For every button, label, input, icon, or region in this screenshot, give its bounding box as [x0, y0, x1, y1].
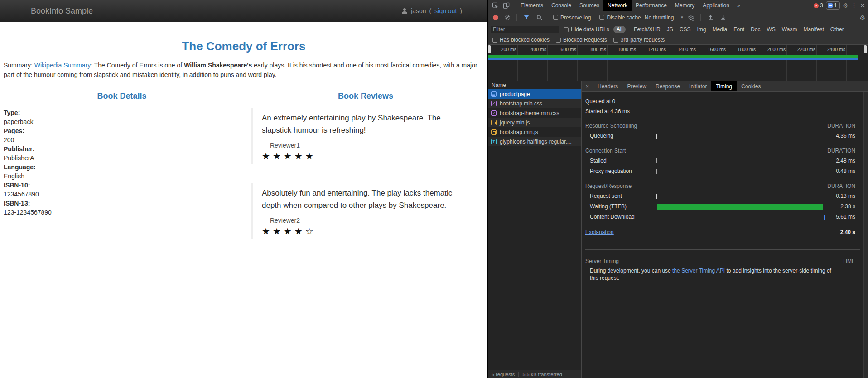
issues-badge[interactable]: 1 [826, 1, 840, 10]
filter-chip-ws[interactable]: WS [764, 26, 779, 33]
network-settings-gear-icon[interactable]: ⚙ [859, 14, 865, 21]
doc-file-icon [491, 91, 497, 97]
filter-chip-font[interactable]: Font [730, 26, 747, 33]
issues-count: 1 [834, 2, 837, 9]
book-details-heading: Book Details [0, 91, 244, 101]
detail-tab-response[interactable]: Response [651, 81, 685, 91]
reviews-list: An extremely entertaining play by Shakes… [244, 108, 487, 239]
duration-column-label: DURATION [827, 146, 855, 156]
request-row[interactable]: bootstrap-theme.min.css [488, 108, 581, 118]
summary-paragraph: Summary: Wikipedia Summary: The Comedy o… [4, 61, 484, 80]
hide-data-urls-checkbox[interactable]: Hide data URLs [564, 26, 609, 33]
filter-chip-other[interactable]: Other [827, 26, 847, 33]
filter-chip-img[interactable]: Img [694, 26, 709, 33]
detail-tab-headers[interactable]: Headers [593, 81, 622, 91]
devtools-tab-application[interactable]: Application [699, 0, 733, 11]
request-row[interactable]: Tglyphicons-halflings-regular.... [488, 137, 581, 146]
detail-tab-preview[interactable]: Preview [622, 81, 651, 91]
overview-left-handle[interactable] [488, 45, 491, 53]
request-type-filters: AllFetch/XHRJSCSSImgMediaFontDocWSWasmMa… [613, 26, 847, 33]
checkbox-has-blocked-cookies[interactable]: Has blocked cookies [492, 37, 550, 43]
devtools-tab-network[interactable]: Network [603, 0, 632, 11]
devtools-tab-console[interactable]: Console [547, 0, 575, 11]
device-toolbar-icon[interactable] [501, 0, 511, 11]
detail-tab-cookies[interactable]: Cookies [737, 81, 765, 91]
request-row[interactable]: jquery.min.js [488, 118, 581, 127]
timing-tick [656, 134, 657, 139]
devtools-tab-memory[interactable]: Memory [671, 0, 699, 11]
timeline-tick: 2200 ms [787, 45, 817, 54]
detail-tab-timing[interactable]: Timing [711, 81, 737, 91]
checkbox-3rd-party-requests[interactable]: 3rd-party requests [613, 37, 665, 43]
wikipedia-summary-link[interactable]: Wikipedia Summary [34, 62, 91, 69]
timeline-ruler: 200 ms400 ms600 ms800 ms1000 ms1200 ms14… [488, 45, 868, 54]
filter-funnel-icon[interactable] [521, 12, 532, 23]
request-list-pane: Name productpagebootstrap.min.cssbootstr… [488, 81, 582, 378]
request-row[interactable]: bootstrap.min.css [488, 99, 581, 108]
more-tabs-chevron-icon[interactable]: » [733, 2, 744, 9]
devtools-tab-performance[interactable]: Performance [632, 0, 671, 11]
overview-waterfall-bar [488, 55, 858, 58]
network-conditions-icon[interactable] [685, 12, 696, 23]
detail-tab-initiator[interactable]: Initiator [685, 81, 711, 91]
checkbox-icon [556, 38, 561, 43]
checkbox-icon [564, 27, 569, 32]
filter-chip-wasm[interactable]: Wasm [779, 26, 800, 33]
explanation-link[interactable]: Explanation [585, 227, 614, 238]
throttling-dropdown[interactable]: No throttling ▼ [645, 14, 684, 21]
filter-chip-fetch-xhr[interactable]: Fetch/XHR [631, 26, 664, 33]
error-badge[interactable]: ✕ 3 [814, 2, 823, 9]
timing-footer: Explanation 2.40 s [582, 227, 863, 238]
filter-input[interactable] [491, 26, 559, 33]
filter-chip-manifest[interactable]: Manifest [800, 26, 827, 33]
detail-scrollbar[interactable] [863, 92, 868, 378]
request-name: jquery.min.js [500, 120, 530, 126]
filter-chip-doc[interactable]: Doc [747, 26, 763, 33]
timing-bar-lane [656, 158, 825, 164]
request-row[interactable]: bootstrap.min.js [488, 127, 581, 137]
kebab-menu-icon[interactable]: ⋮ [851, 2, 857, 9]
server-timing-header: Server Timing TIME [582, 256, 863, 266]
disable-cache-checkbox[interactable]: Disable cache [599, 14, 641, 21]
timeline-tick: 1200 ms [637, 45, 667, 54]
request-row[interactable]: productpage [488, 89, 581, 99]
close-devtools-icon[interactable]: ✕ [860, 2, 865, 9]
signout-link[interactable]: sign out [434, 7, 457, 14]
filter-chip-media[interactable]: Media [709, 26, 730, 33]
filter-chip-all[interactable]: All [613, 26, 626, 33]
timeline-tick: 1800 ms [727, 45, 757, 54]
overview-right-handle[interactable] [864, 45, 867, 53]
timing-phase-duration: 0.48 ms [836, 166, 855, 177]
field-label: ISBN-10: [4, 181, 244, 190]
close-detail-icon[interactable]: × [582, 81, 593, 91]
clear-icon[interactable] [505, 15, 510, 20]
timing-row: Request sent0.13 ms [582, 191, 863, 201]
timing-phase-label: Request sent [590, 191, 622, 201]
error-circle-icon: ✕ [814, 3, 819, 8]
record-button[interactable] [493, 15, 498, 20]
settings-gear-icon[interactable]: ⚙ [843, 2, 849, 9]
network-extra-filters: Has blocked cookiesBlocked Requests3rd-p… [488, 35, 868, 45]
checkbox-label: 3rd-party requests [621, 37, 665, 43]
export-har-icon[interactable] [718, 12, 728, 23]
timing-row: Content Download5.61 ms [582, 212, 863, 222]
preserve-log-checkbox[interactable]: Preserve log [553, 14, 591, 21]
request-name: glyphicons-halflings-regular.... [500, 139, 572, 145]
search-icon[interactable] [534, 12, 545, 23]
inspect-element-icon[interactable] [490, 0, 501, 11]
name-column-header[interactable]: Name [488, 81, 581, 89]
field-value: PublisherA [4, 153, 244, 163]
filter-chip-css[interactable]: CSS [676, 26, 694, 33]
server-timing-text: During development, you can use the Serv… [590, 267, 836, 282]
devtools-tab-elements[interactable]: Elements [516, 0, 547, 11]
devtools-tab-sources[interactable]: Sources [575, 0, 603, 11]
time-column-label: TIME [842, 256, 855, 266]
navbar-brand[interactable]: BookInfo Sample [31, 6, 93, 16]
filter-chip-js[interactable]: JS [664, 26, 676, 33]
network-overview[interactable]: 200 ms400 ms600 ms800 ms1000 ms1200 ms14… [488, 45, 868, 81]
bookinfo-page: BookInfo Sample jason ( sign out ) The C… [0, 0, 487, 378]
import-har-icon[interactable] [705, 12, 716, 23]
checkbox-blocked-requests[interactable]: Blocked Requests [556, 37, 607, 43]
server-timing-api-link[interactable]: the Server Timing API [672, 268, 725, 274]
timeline-tick: 600 ms [548, 45, 578, 54]
